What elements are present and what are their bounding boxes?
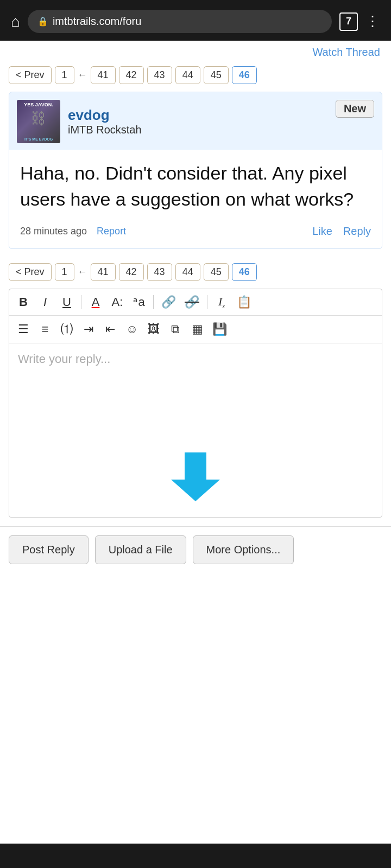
case-btn[interactable]: ᵃa xyxy=(129,293,149,311)
page-45-btn-bottom[interactable]: 45 xyxy=(204,263,229,281)
reply-link[interactable]: Reply xyxy=(343,225,371,238)
font-size-btn[interactable]: A: xyxy=(108,293,127,311)
browser-menu-icon[interactable]: ⋮ xyxy=(365,13,380,30)
media-btn[interactable]: ⧉ xyxy=(166,320,185,339)
link-btn[interactable]: 🔗 xyxy=(158,293,179,311)
like-link[interactable]: Like xyxy=(312,225,332,238)
submit-bar: Post Reply Upload a File More Options... xyxy=(0,526,391,573)
page-41-btn[interactable]: 41 xyxy=(91,66,116,84)
watch-thread-bar: Watch Thread xyxy=(0,41,391,62)
bold-btn[interactable]: B xyxy=(14,293,33,311)
post-reply-button[interactable]: Post Reply xyxy=(9,535,89,564)
align-left-btn[interactable]: ☰ xyxy=(14,320,33,339)
pagination-bottom: < Prev 1 ← 41 42 43 44 45 46 xyxy=(0,258,391,289)
page-46-btn-active[interactable]: 46 xyxy=(232,66,257,84)
editor-toolbar-row2: ☰ ≡ ⑴ ⇥ ⇤ ☺ 🖼 ⧉ ▦ 💾 xyxy=(9,316,382,343)
editor-toolbar-row1: B I U A A: ᵃa 🔗 🔗 Ix 📋 xyxy=(9,289,382,315)
user-info: evdog iMTB Rockstah xyxy=(68,107,374,136)
clear-format-btn[interactable]: Ix xyxy=(212,292,231,311)
avatar-text-bottom: IT'S ME EVDOG xyxy=(17,137,60,141)
unlink-btn[interactable]: 🔗 xyxy=(181,293,203,311)
report-link[interactable]: Report xyxy=(97,226,126,237)
post-time: 28 minutes ago xyxy=(20,226,87,237)
save-btn[interactable]: 💾 xyxy=(209,320,230,339)
post-meta: 28 minutes ago Report xyxy=(20,226,126,237)
avatar-text-top: YES JAVON. xyxy=(17,102,60,107)
address-bar[interactable]: 🔒 imtbtrails.com/foru xyxy=(28,10,332,33)
emoji-btn[interactable]: ☺ xyxy=(122,320,142,339)
post-body: Haha, no. Didn't consider that. Any pixe… xyxy=(9,150,382,220)
lock-icon: 🔒 xyxy=(37,16,48,27)
avatar-chain-icon: ⛓ xyxy=(31,110,46,127)
watch-thread-link[interactable]: Watch Thread xyxy=(312,46,380,58)
page-43-btn[interactable]: 43 xyxy=(147,66,172,84)
page-41-btn-bottom[interactable]: 41 xyxy=(91,263,116,281)
toolbar-divider-3 xyxy=(207,295,207,309)
new-badge: New xyxy=(336,100,374,118)
scroll-arrow-indicator xyxy=(163,450,228,506)
page-42-btn[interactable]: 42 xyxy=(119,66,144,84)
page-42-btn-bottom[interactable]: 42 xyxy=(119,263,144,281)
upload-file-button[interactable]: Upload a File xyxy=(95,535,186,564)
table-btn[interactable]: ▦ xyxy=(187,320,207,339)
post-card: YES JAVON. ⛓ IT'S ME EVDOG evdog iMTB Ro… xyxy=(9,92,382,249)
more-options-button[interactable]: More Options... xyxy=(193,535,294,564)
editor-body[interactable]: Write your reply... xyxy=(9,343,382,517)
home-icon[interactable]: ⌂ xyxy=(11,13,20,30)
paste-btn[interactable]: 📋 xyxy=(234,293,255,311)
pagination-top: < Prev 1 ← 41 42 43 44 45 46 xyxy=(0,62,391,92)
image-btn[interactable]: 🖼 xyxy=(144,320,163,339)
indent-in-btn[interactable]: ⇥ xyxy=(79,320,98,339)
post-actions: Like Reply xyxy=(312,225,371,238)
bullets-btn[interactable]: ≡ xyxy=(35,320,55,339)
numbered-btn[interactable]: ⑴ xyxy=(57,319,77,340)
tab-count[interactable]: 7 xyxy=(339,12,358,31)
editor-placeholder: Write your reply... xyxy=(18,352,110,366)
toolbar-divider-2 xyxy=(153,295,154,309)
page-46-btn-bottom-active[interactable]: 46 xyxy=(232,263,257,281)
reply-editor: B I U A A: ᵃa 🔗 🔗 Ix 📋 ☰ ≡ ⑴ ⇥ ⇤ ☺ 🖼 ⧉ xyxy=(9,289,382,517)
page-43-btn-bottom[interactable]: 43 xyxy=(147,263,172,281)
prev-page-btn[interactable]: < Prev xyxy=(9,66,52,84)
font-color-btn[interactable]: A xyxy=(86,293,105,311)
italic-btn[interactable]: I xyxy=(35,293,55,311)
toolbar-divider-1 xyxy=(81,295,81,309)
browser-chrome: ⌂ 🔒 imtbtrails.com/foru 7 ⋮ xyxy=(0,0,391,41)
username[interactable]: evdog xyxy=(68,107,374,124)
avatar: YES JAVON. ⛓ IT'S ME EVDOG xyxy=(17,100,60,143)
page-45-btn[interactable]: 45 xyxy=(204,66,229,84)
page-content: Watch Thread < Prev 1 ← 41 42 43 44 45 4… xyxy=(0,41,391,844)
url-text: imtbtrails.com/foru xyxy=(53,15,141,28)
user-role: iMTB Rockstah xyxy=(68,124,374,136)
page-1-btn[interactable]: 1 xyxy=(55,66,74,84)
page-44-btn-bottom[interactable]: 44 xyxy=(175,263,200,281)
page-44-btn[interactable]: 44 xyxy=(175,66,200,84)
prev-page-btn-bottom[interactable]: < Prev xyxy=(9,263,52,281)
pagination-sep: ← xyxy=(78,69,87,81)
post-content: Haha, no. Didn't consider that. Any pixe… xyxy=(20,161,371,212)
underline-btn[interactable]: U xyxy=(57,293,77,311)
pagination-sep-bottom: ← xyxy=(78,266,87,278)
post-header: YES JAVON. ⛓ IT'S ME EVDOG evdog iMTB Ro… xyxy=(9,92,382,150)
page-1-btn-bottom[interactable]: 1 xyxy=(55,263,74,281)
post-footer: 28 minutes ago Report Like Reply xyxy=(9,220,382,248)
indent-out-btn[interactable]: ⇤ xyxy=(100,320,120,339)
